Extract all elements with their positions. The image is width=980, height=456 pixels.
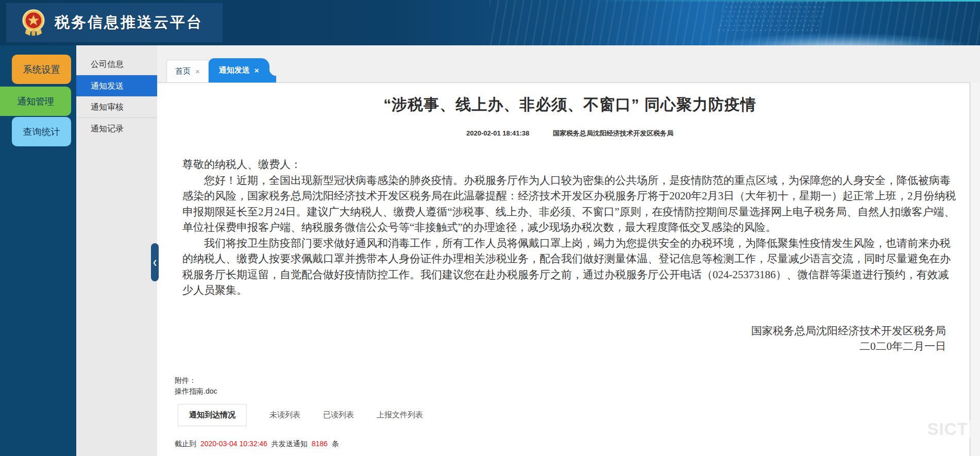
notice-panel: “涉税事、线上办、非必须、不窗口” 同心聚力防疫情 2020-02-01 18:… bbox=[157, 82, 970, 456]
banner-top-edge bbox=[593, 0, 980, 2]
detail-tab-read[interactable]: 已读列表 bbox=[323, 404, 354, 426]
tab-home-close-icon[interactable]: × bbox=[195, 67, 200, 75]
notice-body: 尊敬的纳税人、缴费人： 您好！近期，全国出现新型冠状病毒感染的肺炎疫情。办税服务… bbox=[182, 157, 957, 354]
detail-tab-bar: 通知到达情况 未读列表 已读列表 上报文件列表 bbox=[175, 404, 965, 426]
sict-watermark: SICT bbox=[925, 416, 970, 443]
submenu-notice-record[interactable]: 通知记录 bbox=[78, 118, 157, 139]
tax-bureau-logo-icon bbox=[20, 8, 47, 38]
submenu-company-info[interactable]: 公司信息 bbox=[78, 54, 157, 75]
tab-notice-send[interactable]: 通知发送 × bbox=[209, 58, 269, 82]
notice-title: “涉税事、线上办、非必须、不窗口” 同心聚力防疫情 bbox=[175, 94, 965, 115]
secondary-sidebar: 公司信息 通知发送 通知审核 通知记录 bbox=[76, 45, 157, 456]
nav-notice-management-label: 通知管理 bbox=[17, 95, 54, 108]
attachment-label: 附件： bbox=[175, 375, 965, 386]
submenu-notice-send[interactable]: 通知发送 bbox=[76, 75, 157, 96]
notice-signature: 国家税务总局沈阳经济技术开发区税务局 二0二0年二月一日 bbox=[182, 323, 957, 354]
app-title: 税务信息推送云平台 bbox=[55, 12, 203, 33]
stats-sent-line: 截止到 2020-03-04 10:32:46 共发送通知 8186 条 bbox=[175, 440, 965, 449]
top-banner: 税务信息推送云平台 bbox=[0, 0, 980, 45]
stats-prefix: 截止到 bbox=[175, 440, 196, 448]
primary-sidebar: 系统设置 通知管理 查询统计 bbox=[0, 45, 76, 456]
submenu-notice-review[interactable]: 通知审核 bbox=[78, 96, 157, 118]
nav-query-statistics-label: 查询统计 bbox=[23, 126, 60, 138]
vertical-scrollbar[interactable] bbox=[970, 82, 980, 456]
tab-notice-send-label: 通知发送 bbox=[219, 65, 250, 75]
stats-suffix: 条 bbox=[332, 440, 339, 448]
detail-tab-arrival-label: 通知到达情况 bbox=[189, 410, 235, 419]
detail-tab-unread[interactable]: 未读列表 bbox=[269, 404, 300, 426]
tab-home-label: 首页 bbox=[175, 66, 191, 76]
nav-query-statistics[interactable]: 查询统计 bbox=[12, 117, 71, 146]
notice-publisher: 国家税务总局沈阳经济技术开发区税务局 bbox=[553, 129, 673, 137]
notice-paragraph: 我们将按卫生防疫部门要求做好通风和消毒工作，所有工作人员将佩戴口罩上岗，竭力为您… bbox=[182, 235, 957, 298]
attachment-block: 附件： 操作指南.doc bbox=[175, 375, 965, 397]
submenu-company-info-label: 公司信息 bbox=[91, 60, 124, 69]
tab-bar: 首页 × 通知发送 × bbox=[157, 45, 980, 82]
brand-area: 税务信息推送云平台 bbox=[6, 3, 223, 42]
banner-dot-grid bbox=[716, 0, 830, 32]
submenu-notice-send-label: 通知发送 bbox=[91, 81, 124, 90]
notice-paragraph: 您好！近期，全国出现新型冠状病毒感染的肺炎疫情。办税服务厅作为人口较为密集的公共… bbox=[182, 173, 957, 235]
detail-tab-uploaded-files-label: 上报文件列表 bbox=[377, 410, 423, 419]
notice-meta: 2020-02-01 18:41:38 国家税务总局沈阳经济技术开发区税务局 bbox=[175, 129, 965, 138]
nav-system-settings-label: 系统设置 bbox=[23, 63, 60, 76]
stats-deadline-value: 2020-03-04 10:32:46 bbox=[200, 440, 267, 448]
collapse-chevron-icon: ❮ bbox=[153, 259, 157, 266]
notice-salutation: 尊敬的纳税人、缴费人： bbox=[182, 157, 957, 173]
sidebar-collapse-handle[interactable]: ❮ bbox=[151, 243, 159, 281]
detail-tab-unread-label: 未读列表 bbox=[269, 410, 300, 419]
tab-notice-send-close-icon[interactable]: × bbox=[255, 66, 259, 74]
stats-middle: 共发送通知 bbox=[272, 440, 308, 448]
detail-tab-uploaded-files[interactable]: 上报文件列表 bbox=[377, 404, 423, 426]
nav-system-settings[interactable]: 系统设置 bbox=[12, 55, 71, 84]
nav-notice-management[interactable]: 通知管理 bbox=[0, 87, 71, 116]
stats-total-value: 8186 bbox=[312, 440, 328, 448]
notice-publish-time: 2020-02-01 18:41:38 bbox=[466, 129, 529, 137]
detail-tab-arrival[interactable]: 通知到达情况 bbox=[178, 404, 247, 426]
attachment-file-link[interactable]: 操作指南.doc bbox=[175, 386, 965, 397]
detail-tab-read-label: 已读列表 bbox=[323, 410, 354, 419]
stats-block: 截止到 2020-03-04 10:32:46 共发送通知 8186 条 其中已… bbox=[175, 440, 965, 456]
main-area: 首页 × 通知发送 × “涉税事、线上办、非必须、不窗口” 同心聚力防疫情 20… bbox=[157, 45, 980, 456]
tab-home[interactable]: 首页 × bbox=[166, 60, 209, 82]
app-window: 税务信息推送云平台 系统设置 通知管理 查询统计 公司信息 通知发送 通知审核 … bbox=[0, 0, 980, 456]
signature-date: 二0二0年二月一日 bbox=[182, 339, 946, 354]
submenu-notice-record-label: 通知记录 bbox=[91, 124, 124, 133]
signature-org: 国家税务总局沈阳经济技术开发区税务局 bbox=[182, 323, 946, 339]
submenu-notice-review-label: 通知审核 bbox=[91, 103, 124, 111]
